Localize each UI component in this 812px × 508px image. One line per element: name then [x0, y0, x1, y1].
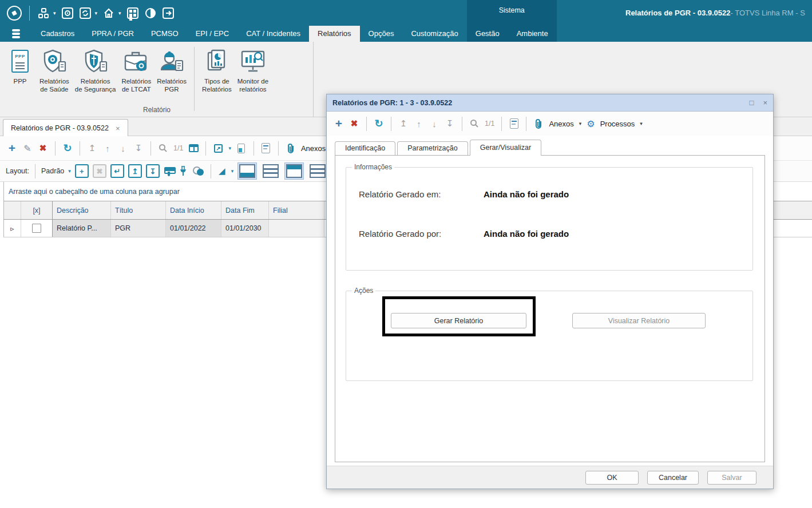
chevron-down-icon[interactable]: ▾ [231, 168, 234, 174]
move-down-icon[interactable]: ↓ [118, 144, 128, 153]
ribbon-button-relatorios-ltcat[interactable]: Relatórios de LTCAT [118, 46, 154, 94]
column-header-data-inicio[interactable]: Data Início [166, 201, 221, 219]
processos-dropdown[interactable]: Processos [600, 120, 635, 128]
column-header-filial[interactable]: Filial [269, 201, 324, 219]
ribbon-tab-ppra-pgr[interactable]: PPRA / PGR [83, 26, 142, 42]
org-chart-icon[interactable] [37, 7, 50, 19]
columns-icon[interactable] [188, 144, 199, 152]
ribbon-button-ppp[interactable]: PPP PPP [3, 46, 37, 86]
ribbon-tab-cat-incidentes[interactable]: CAT / Incidentes [237, 26, 309, 42]
visualizar-relatorio-button[interactable]: Visualizar Relatório [572, 313, 706, 328]
add-icon[interactable]: + [7, 143, 17, 153]
layout-add-button[interactable]: + [75, 164, 89, 178]
refresh-icon[interactable]: ↻ [62, 142, 73, 154]
panel-layout-rows-toggle[interactable] [261, 162, 280, 180]
close-icon[interactable]: × [116, 124, 120, 133]
dialog-titlebar[interactable]: Relatórios de PGR: 1 - 3 - 03.9.0522 □ × [327, 94, 773, 112]
chevron-down-icon[interactable]: ▾ [68, 168, 71, 174]
logout-icon[interactable] [162, 7, 175, 19]
layout-export-button[interactable]: ↥ [128, 164, 142, 178]
cell-data-inicio[interactable]: 01/01/2022 [166, 220, 221, 237]
ok-button[interactable]: OK [585, 471, 639, 485]
delete-icon[interactable]: ✖ [38, 143, 48, 153]
chevron-down-icon[interactable]: ▾ [640, 121, 643, 126]
column-header-titulo[interactable]: Título [111, 201, 166, 219]
document-icon[interactable] [236, 144, 247, 153]
cancel-button[interactable]: Cancelar [647, 471, 699, 485]
home-icon[interactable] [102, 7, 115, 19]
panel-layout-top-toggle[interactable] [284, 162, 304, 180]
delete-icon[interactable]: ✖ [349, 118, 359, 129]
app-grid-icon[interactable] [126, 7, 139, 19]
ribbon-tab-gestao[interactable]: Gestão [467, 26, 508, 42]
panel-layout-bottom-toggle[interactable] [237, 162, 257, 180]
anexos-label[interactable]: Anexos [301, 144, 326, 153]
cell-filial[interactable] [269, 220, 324, 237]
search-icon[interactable] [469, 119, 480, 128]
color-venn-icon[interactable] [192, 166, 205, 176]
paperclip-icon[interactable] [286, 143, 296, 154]
move-up-icon[interactable]: ↑ [102, 144, 113, 153]
ribbon-tab-customizacao[interactable]: Customização [402, 26, 466, 42]
layout-preset-dropdown[interactable]: Padrão [41, 167, 64, 175]
layout-delete-button[interactable]: ✖ [93, 164, 106, 178]
ribbon-tab-relatorios[interactable]: Relatórios [309, 26, 360, 42]
ribbon-button-monitor-relatorios[interactable]: Monitor de relatórios [235, 46, 271, 94]
ribbon-tab-ambiente[interactable]: Ambiente [508, 26, 557, 42]
audit-log-icon[interactable] [509, 118, 519, 129]
ribbon-tab-opcoes[interactable]: Opções [360, 26, 403, 42]
move-first-icon[interactable]: ↥ [398, 118, 409, 129]
move-up-icon[interactable]: ↑ [414, 119, 424, 129]
ribbon-button-tipos-relatorios[interactable]: Tipos de Relatórios [199, 46, 235, 94]
document-tab-relatorios-pgr[interactable]: Relatórios de PGR - 03.9.0522 × [3, 119, 128, 137]
tab-parametrizacao[interactable]: Parametrização [397, 141, 468, 155]
search-icon[interactable] [158, 144, 168, 153]
tab-gerar-visualizar[interactable]: Gerar/Visualizar [470, 140, 541, 156]
ribbon-tab-pcmso[interactable]: PCMSO [142, 26, 187, 42]
cell-data-fim[interactable]: 01/01/2030 [221, 220, 269, 237]
ribbon-tab-cadastros[interactable]: Cadastros [32, 26, 83, 42]
refresh-icon[interactable]: ↻ [374, 117, 384, 130]
snapshot-icon[interactable] [61, 7, 74, 19]
sync-icon[interactable] [79, 7, 92, 19]
tab-identificacao[interactable]: Identificação [335, 141, 395, 155]
column-header-data-fim[interactable]: Data Fim [221, 201, 269, 219]
chevron-down-icon[interactable]: ▾ [53, 10, 56, 16]
move-first-icon[interactable]: ↥ [87, 143, 97, 153]
anexos-dropdown[interactable]: Anexos [549, 120, 573, 128]
close-icon[interactable]: × [763, 98, 767, 107]
layout-rename-button[interactable]: ↵ [110, 164, 124, 178]
move-last-icon[interactable]: ↧ [445, 118, 455, 129]
ribbon-tab-epi-epc[interactable]: EPI / EPC [187, 26, 238, 42]
maximize-icon[interactable]: □ [750, 98, 754, 107]
checkbox[interactable] [32, 224, 41, 233]
ribbon-button-relatorios-saude[interactable]: Relatórios de Saúde [37, 46, 72, 94]
edit-icon[interactable]: ✎ [22, 143, 33, 154]
layout-import-button[interactable]: ↧ [146, 164, 160, 178]
cell-titulo[interactable]: PGR [111, 220, 166, 237]
panel-layout-extra-toggle[interactable] [308, 162, 327, 180]
export-icon[interactable]: ↗ [213, 144, 223, 153]
move-last-icon[interactable]: ↧ [133, 143, 144, 153]
row-checkbox-cell[interactable] [21, 220, 53, 237]
ribbon-button-relatorios-seguranca[interactable]: Relatórios de Segurança [72, 46, 119, 94]
column-header-check[interactable]: [x] [21, 201, 53, 219]
chevron-down-icon[interactable]: ▾ [579, 121, 582, 126]
chevron-down-icon[interactable]: ▾ [118, 10, 121, 16]
filter-icon[interactable] [164, 166, 174, 176]
column-header-descricao[interactable]: Descrição [53, 201, 111, 219]
row-marker-icon[interactable]: ▹ [4, 220, 21, 237]
audit-log-icon[interactable] [261, 143, 271, 153]
ribbon-button-relatorios-pgr[interactable]: Relatórios PGR [154, 46, 189, 94]
move-down-icon[interactable]: ↓ [429, 119, 439, 129]
gerar-relatorio-button[interactable]: Gerar Relatório [391, 313, 526, 328]
main-menu-button[interactable] [0, 26, 32, 42]
cell-descricao[interactable]: Relatório P... [53, 220, 111, 237]
pin-icon[interactable] [178, 165, 188, 177]
add-icon[interactable]: + [334, 118, 344, 129]
chart-icon[interactable]: ◢ [217, 166, 227, 176]
chevron-down-icon[interactable]: ▾ [228, 145, 231, 151]
support-headset-icon[interactable] [144, 7, 157, 19]
chevron-down-icon[interactable]: ▾ [95, 10, 98, 16]
paperclip-icon[interactable] [533, 118, 544, 129]
